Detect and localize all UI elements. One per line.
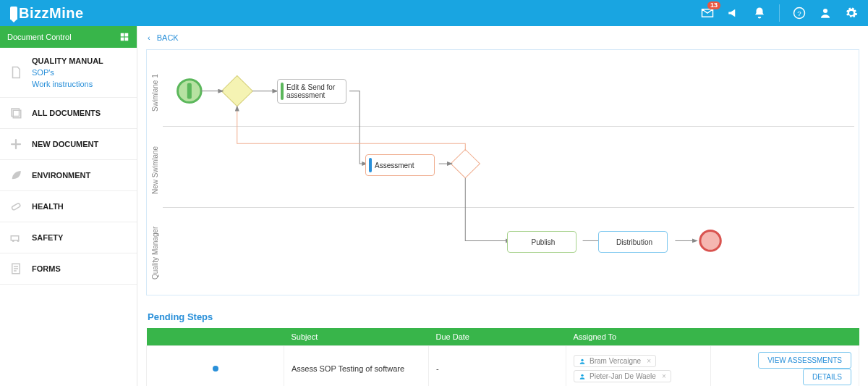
details-button[interactable]: DETAILS xyxy=(803,369,851,385)
ambulance-icon xyxy=(7,231,25,244)
brand-name: BizzMine xyxy=(19,5,84,22)
svg-rect-14 xyxy=(221,76,252,106)
top-bar-actions: 13 ? xyxy=(701,4,858,22)
sidebar-item-label: QUALITY MANUAL xyxy=(32,56,103,65)
cell-due: - xyxy=(429,346,566,387)
stack-icon xyxy=(7,106,25,119)
sidebar-item-environment[interactable]: ENVIRONMENT xyxy=(0,160,137,191)
sidebar-item-label: ENVIRONMENT xyxy=(32,171,90,180)
form-icon xyxy=(7,262,25,275)
sidebar-item-quality-manual[interactable]: QUALITY MANUAL SOP's Work instructions xyxy=(0,48,137,98)
svg-point-9 xyxy=(12,240,14,242)
back-link[interactable]: BACK xyxy=(157,33,179,42)
sidebar-item-label: NEW DOCUMENT xyxy=(32,140,98,148)
doc-icon xyxy=(7,66,25,79)
col-assigned-to: Assigned To xyxy=(566,328,711,346)
svg-text:?: ? xyxy=(797,9,801,17)
sidebar-item-new-document[interactable]: NEW DOCUMENT xyxy=(0,129,137,160)
remove-icon[interactable]: × xyxy=(662,372,666,380)
mail-badge: 13 xyxy=(707,1,720,9)
svg-rect-6 xyxy=(125,38,129,41)
top-bar: BizzMine 13 ? xyxy=(0,0,868,26)
col-subject: Subject xyxy=(284,328,429,346)
pending-steps-section: Pending Steps Subject Due Date Assigned … xyxy=(146,307,859,386)
sidebar-link-work-instructions[interactable]: Work instructions xyxy=(32,80,103,88)
svg-point-22 xyxy=(581,358,583,361)
breadcrumb: ‹ BACK xyxy=(137,26,868,49)
view-assessments-button[interactable]: VIEW ASSESSMENTS xyxy=(758,352,851,369)
task-distribution[interactable]: Distribution xyxy=(598,231,668,253)
announce-icon[interactable] xyxy=(727,7,740,20)
sidebar-header[interactable]: Document Control xyxy=(0,26,137,48)
separator xyxy=(779,4,780,22)
sidebar-item-label: ALL DOCUMENTS xyxy=(32,109,101,117)
pill-icon xyxy=(7,200,25,213)
task-label: Edit & Send for assessment xyxy=(286,83,340,99)
logo-mark xyxy=(10,7,17,20)
task-publish[interactable]: Publish xyxy=(507,231,576,253)
task-assessment[interactable]: Assessment xyxy=(365,154,435,176)
cell-subject: Assess SOP Testing of software xyxy=(284,346,429,387)
table-row[interactable]: Assess SOP Testing of software - Bram Ve… xyxy=(147,346,859,387)
assignee-chip[interactable]: Bram Vercaigne× xyxy=(574,355,656,367)
plus-icon xyxy=(7,138,25,151)
svg-rect-8 xyxy=(11,236,19,240)
task-edit-send[interactable]: Edit & Send for assessment xyxy=(277,79,346,104)
svg-rect-13 xyxy=(187,83,192,99)
leaf-icon xyxy=(7,169,25,182)
sidebar-header-label: Document Control xyxy=(7,33,72,41)
task-label: Distribution xyxy=(608,238,661,246)
sidebar-item-health[interactable]: HEALTH xyxy=(0,191,137,222)
user-icon[interactable] xyxy=(819,7,832,20)
sidebar-item-label: FORMS xyxy=(32,264,61,273)
sidebar-items: QUALITY MANUAL SOP's Work instructions A… xyxy=(0,48,137,285)
svg-rect-5 xyxy=(121,38,124,41)
col-status xyxy=(147,328,284,346)
svg-rect-17 xyxy=(451,149,480,177)
help-icon[interactable]: ? xyxy=(793,7,806,20)
sidebar-link-sops[interactable]: SOP's xyxy=(32,68,103,77)
svg-point-21 xyxy=(700,231,720,251)
flow-svg xyxy=(147,50,859,295)
chevron-left-icon[interactable]: ‹ xyxy=(148,33,150,42)
status-dot xyxy=(213,366,218,372)
mail-icon[interactable]: 13 xyxy=(701,7,714,20)
col-due-date: Due Date xyxy=(429,328,566,346)
sidebar-item-all-documents[interactable]: ALL DOCUMENTS xyxy=(0,98,137,129)
remove-icon[interactable]: × xyxy=(647,357,651,365)
gear-icon[interactable] xyxy=(845,7,858,20)
sidebar: Document Control QUALITY MANUAL SOP's Wo… xyxy=(0,26,137,386)
svg-point-2 xyxy=(823,9,827,13)
sidebar-item-label: HEALTH xyxy=(32,202,64,211)
pending-steps-title: Pending Steps xyxy=(148,311,859,322)
workflow-diagram: Swimlane 1 New Swimlane Quality Manager xyxy=(146,49,859,295)
sidebar-item-safety[interactable]: SAFETY xyxy=(0,222,137,253)
svg-rect-4 xyxy=(125,33,129,37)
svg-rect-3 xyxy=(121,33,124,37)
task-label: Publish xyxy=(516,238,570,246)
col-actions xyxy=(711,328,859,346)
pending-table: Subject Due Date Assigned To Assess SOP … xyxy=(146,328,859,386)
svg-point-10 xyxy=(17,240,20,242)
cell-assigned: Bram Vercaigne× Pieter-Jan De Waele× xyxy=(566,346,711,387)
brand-logo: BizzMine xyxy=(10,5,84,22)
sidebar-item-label: SAFETY xyxy=(32,233,63,242)
task-label: Assessment xyxy=(375,161,414,169)
bell-icon[interactable] xyxy=(753,7,766,20)
sidebar-item-forms[interactable]: FORMS xyxy=(0,253,137,285)
main-content: ‹ BACK Swimlane 1 New Swimlane Quality M… xyxy=(137,26,868,386)
svg-point-23 xyxy=(581,374,583,376)
assignee-chip[interactable]: Pieter-Jan De Waele× xyxy=(574,370,671,382)
svg-rect-7 xyxy=(12,203,21,211)
dashboard-icon xyxy=(119,32,129,42)
